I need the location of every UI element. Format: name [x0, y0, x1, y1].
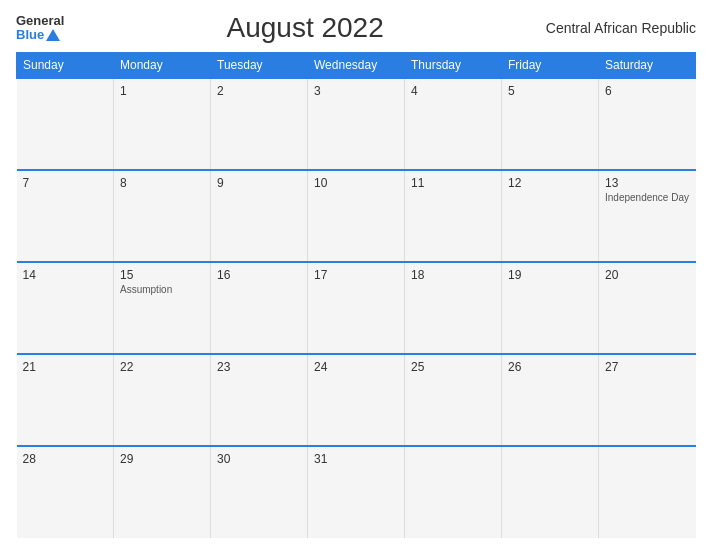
day-number: 14 [23, 268, 108, 282]
day-number: 29 [120, 452, 204, 466]
week-row-1: 123456 [17, 78, 696, 170]
calendar-header: General Blue August 2022 Central African… [16, 12, 696, 44]
day-number: 6 [605, 84, 690, 98]
day-number: 5 [508, 84, 592, 98]
logo-general-text: General [16, 14, 64, 28]
day-number: 16 [217, 268, 301, 282]
day-number: 17 [314, 268, 398, 282]
calendar-cell: 20 [599, 262, 696, 354]
weekday-header-monday: Monday [114, 53, 211, 79]
calendar-cell: 23 [211, 354, 308, 446]
holiday-label: Independence Day [605, 192, 690, 204]
calendar-cell: 26 [502, 354, 599, 446]
calendar-cell: 27 [599, 354, 696, 446]
day-number: 3 [314, 84, 398, 98]
calendar-cell: 7 [17, 170, 114, 262]
day-number: 9 [217, 176, 301, 190]
calendar-cell: 5 [502, 78, 599, 170]
weekday-header-friday: Friday [502, 53, 599, 79]
calendar-cell: 19 [502, 262, 599, 354]
calendar-table: SundayMondayTuesdayWednesdayThursdayFrid… [16, 52, 696, 538]
logo-blue-text: Blue [16, 28, 64, 42]
calendar-title: August 2022 [226, 12, 383, 44]
day-number: 20 [605, 268, 690, 282]
logo-triangle-icon [46, 29, 60, 41]
calendar-cell: 22 [114, 354, 211, 446]
calendar-cell: 2 [211, 78, 308, 170]
day-number: 28 [23, 452, 108, 466]
day-number: 31 [314, 452, 398, 466]
day-number: 8 [120, 176, 204, 190]
calendar-cell: 31 [308, 446, 405, 538]
country-name: Central African Republic [546, 20, 696, 36]
calendar-cell: 12 [502, 170, 599, 262]
week-row-5: 28293031 [17, 446, 696, 538]
weekday-header-saturday: Saturday [599, 53, 696, 79]
day-number: 12 [508, 176, 592, 190]
calendar-cell [599, 446, 696, 538]
calendar-cell: 4 [405, 78, 502, 170]
day-number: 22 [120, 360, 204, 374]
day-number: 19 [508, 268, 592, 282]
day-number: 26 [508, 360, 592, 374]
week-row-3: 1415Assumption1617181920 [17, 262, 696, 354]
calendar-cell: 25 [405, 354, 502, 446]
calendar-cell: 14 [17, 262, 114, 354]
calendar-cell [502, 446, 599, 538]
calendar-cell: 18 [405, 262, 502, 354]
calendar-cell: 10 [308, 170, 405, 262]
calendar-cell: 1 [114, 78, 211, 170]
weekday-header-wednesday: Wednesday [308, 53, 405, 79]
calendar-cell: 3 [308, 78, 405, 170]
day-number: 15 [120, 268, 204, 282]
holiday-label: Assumption [120, 284, 204, 296]
day-number: 4 [411, 84, 495, 98]
calendar-cell: 8 [114, 170, 211, 262]
day-number: 1 [120, 84, 204, 98]
calendar-cell: 29 [114, 446, 211, 538]
day-number: 24 [314, 360, 398, 374]
calendar-cell: 13Independence Day [599, 170, 696, 262]
calendar-cell [405, 446, 502, 538]
calendar-cell: 28 [17, 446, 114, 538]
calendar-cell: 15Assumption [114, 262, 211, 354]
calendar-cell: 11 [405, 170, 502, 262]
week-row-2: 78910111213Independence Day [17, 170, 696, 262]
week-row-4: 21222324252627 [17, 354, 696, 446]
calendar-cell: 30 [211, 446, 308, 538]
calendar-cell: 6 [599, 78, 696, 170]
day-number: 7 [23, 176, 108, 190]
day-number: 18 [411, 268, 495, 282]
calendar-cell: 21 [17, 354, 114, 446]
day-number: 11 [411, 176, 495, 190]
weekday-header-row: SundayMondayTuesdayWednesdayThursdayFrid… [17, 53, 696, 79]
calendar-cell [17, 78, 114, 170]
day-number: 25 [411, 360, 495, 374]
day-number: 2 [217, 84, 301, 98]
calendar-cell: 16 [211, 262, 308, 354]
day-number: 10 [314, 176, 398, 190]
calendar-cell: 17 [308, 262, 405, 354]
day-number: 30 [217, 452, 301, 466]
weekday-header-thursday: Thursday [405, 53, 502, 79]
day-number: 27 [605, 360, 690, 374]
calendar-cell: 9 [211, 170, 308, 262]
logo: General Blue [16, 14, 64, 43]
calendar-cell: 24 [308, 354, 405, 446]
day-number: 21 [23, 360, 108, 374]
weekday-header-sunday: Sunday [17, 53, 114, 79]
day-number: 13 [605, 176, 690, 190]
day-number: 23 [217, 360, 301, 374]
weekday-header-tuesday: Tuesday [211, 53, 308, 79]
